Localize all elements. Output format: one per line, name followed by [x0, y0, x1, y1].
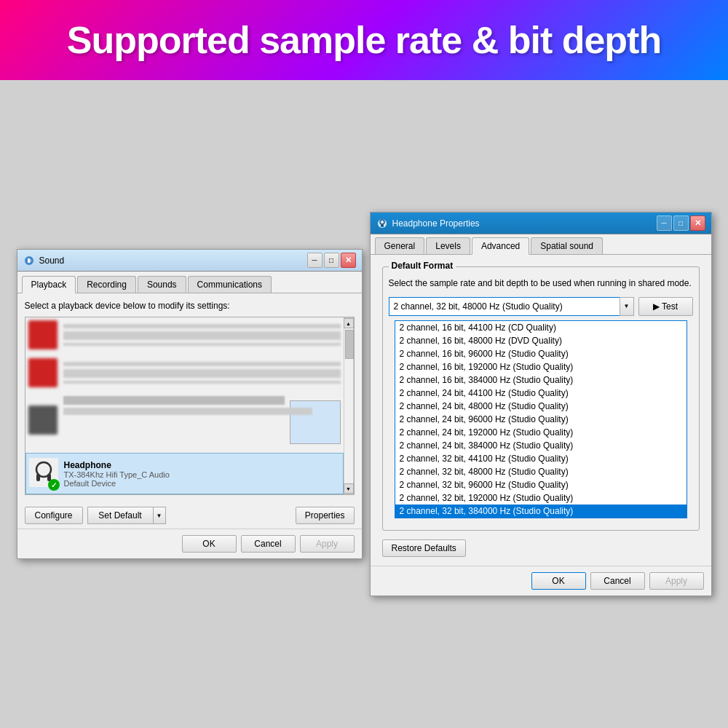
svg-rect-3 — [36, 474, 40, 481]
dropdown-item-6[interactable]: 2 channel, 24 bit, 48000 Hz (Studio Qual… — [395, 400, 687, 413]
list-item[interactable] — [25, 393, 344, 447]
configure-button[interactable]: Configure — [25, 507, 83, 524]
scroll-track[interactable] — [344, 328, 353, 483]
scroll-up[interactable]: ▲ — [344, 318, 354, 328]
sound-dialog-title: Sound — [39, 256, 307, 266]
tab-general[interactable]: General — [375, 237, 425, 254]
device-text-blurred2 — [63, 362, 341, 384]
dropdown-item-12[interactable]: 2 channel, 32 bit, 96000 Hz (Studio Qual… — [395, 478, 687, 491]
dropdown-item-14[interactable]: 2 channel, 32 bit, 384000 Hz (Studio Qua… — [395, 505, 687, 518]
groupbox-desc: Select the sample rate and bit depth to … — [389, 277, 693, 290]
play-icon: ▶ — [653, 301, 660, 312]
sound-footer: OK Cancel Apply — [17, 529, 362, 558]
restore-defaults-button[interactable]: Restore Defaults — [382, 539, 466, 557]
set-default-wrapper: Set Default ▼ — [87, 507, 166, 524]
properties-button[interactable]: Properties — [296, 507, 355, 524]
tab-advanced[interactable]: Advanced — [472, 237, 529, 255]
content-area: Sound ─ □ ✕ Playback Recording Sounds Co… — [0, 80, 728, 728]
maximize-button[interactable]: □ — [324, 253, 339, 268]
tab-sounds[interactable]: Sounds — [138, 276, 186, 293]
device-icon-blurred2 — [28, 358, 58, 387]
headphone-info: Headphone TX-384Khz Hifi Type_C Audio De… — [64, 460, 327, 488]
instruction-text: Select a playback device below to modify… — [25, 301, 355, 311]
props-title-bar: Headphone Properties ─ □ ✕ — [371, 213, 711, 234]
sound-dialog-body: Select a playback device below to modify… — [17, 293, 362, 502]
sound-icon — [23, 255, 35, 266]
list-item-headphone[interactable]: ✓ Headphone TX-384Khz Hifi Type_C Audio … — [25, 453, 344, 494]
props-tabs: General Levels Advanced Spatial sound — [371, 234, 711, 255]
props-ok-button[interactable]: OK — [531, 572, 586, 590]
dropdown-item-4[interactable]: 2 channel, 16 bit, 384000 Hz (Studio Qua… — [395, 373, 687, 387]
groupbox-title: Default Format — [389, 261, 456, 271]
banner-text: Supported sample rate & bit depth — [67, 18, 661, 62]
headphone-icon-wrapper: ✓ — [29, 458, 58, 489]
default-format-groupbox: Default Format Select the sample rate an… — [382, 266, 700, 531]
set-default-arrow[interactable]: ▼ — [153, 507, 166, 524]
tab-recording[interactable]: Recording — [77, 276, 136, 293]
test-label: Test — [662, 301, 678, 312]
dropdown-item-5[interactable]: 2 channel, 24 bit, 44100 Hz (Studio Qual… — [395, 387, 687, 400]
tab-levels[interactable]: Levels — [426, 237, 470, 254]
props-dialog: Headphone Properties ─ □ ✕ General Level… — [370, 212, 712, 596]
scroll-thumb[interactable] — [345, 330, 354, 359]
props-footer: OK Cancel Apply — [371, 566, 711, 596]
device-list-inner: ✓ Headphone TX-384Khz Hifi Type_C Audio … — [25, 317, 344, 494]
headphone-desc: TX-384Khz Hifi Type_C Audio — [64, 470, 327, 479]
list-item[interactable] — [25, 355, 344, 390]
svg-point-5 — [378, 219, 387, 228]
sound-close-button[interactable]: ✕ — [341, 253, 356, 268]
list-item[interactable] — [25, 317, 344, 352]
props-body: Default Format Select the sample rate an… — [371, 255, 711, 566]
props-dialog-title: Headphone Properties — [392, 218, 657, 229]
format-select-display[interactable]: 2 channel, 32 bit, 48000 Hz (Studio Qual… — [389, 297, 634, 316]
action-bar: Configure Set Default ▼ Properties — [17, 502, 362, 529]
dropdown-item-9[interactable]: 2 channel, 24 bit, 384000 Hz (Studio Qua… — [395, 439, 687, 452]
dropdown-item-8[interactable]: 2 channel, 24 bit, 192000 Hz (Studio Qua… — [395, 426, 687, 439]
sound-dialog: Sound ─ □ ✕ Playback Recording Sounds Co… — [17, 249, 363, 559]
headphone-name: Headphone — [64, 460, 327, 470]
device-text-blurred — [63, 324, 341, 346]
scrollbar[interactable]: ▲ ▼ — [344, 317, 354, 494]
dropdown-item-11[interactable]: 2 channel, 32 bit, 48000 Hz (Studio Qual… — [395, 465, 687, 478]
test-button[interactable]: ▶ Test — [638, 297, 693, 316]
banner: Supported sample rate & bit depth — [0, 0, 728, 80]
tab-spatial-sound[interactable]: Spatial sound — [531, 237, 603, 254]
tab-communications[interactable]: Communications — [188, 276, 272, 293]
format-row: 2 channel, 32 bit, 48000 Hz (Studio Qual… — [389, 297, 693, 316]
props-cancel-button[interactable]: Cancel — [590, 572, 645, 590]
dropdown-item-0[interactable]: 2 channel, 16 bit, 44100 Hz (CD Quality) — [395, 321, 687, 334]
dropdown-item-3[interactable]: 2 channel, 16 bit, 192000 Hz (Studio Qua… — [395, 360, 687, 373]
svg-rect-8 — [382, 224, 384, 227]
tab-playback[interactable]: Playback — [22, 276, 76, 293]
headphone-default: Default Device — [64, 479, 327, 488]
props-icon — [376, 218, 388, 229]
default-badge: ✓ — [48, 479, 60, 491]
device-icon-blurred3 — [28, 405, 58, 435]
device-icon-blurred — [28, 320, 58, 349]
sound-cancel-button[interactable]: Cancel — [241, 535, 296, 553]
dropdown-item-10[interactable]: 2 channel, 32 bit, 44100 Hz (Studio Qual… — [395, 452, 687, 465]
sound-tabs: Playback Recording Sounds Communications — [17, 272, 362, 293]
dropdown-list[interactable]: 2 channel, 16 bit, 44100 Hz (CD Quality)… — [395, 320, 687, 518]
dropdown-item-2[interactable]: 2 channel, 16 bit, 96000 Hz (Studio Qual… — [395, 347, 687, 360]
dropdown-item-13[interactable]: 2 channel, 32 bit, 192000 Hz (Studio Qua… — [395, 491, 687, 505]
sound-title-bar: Sound ─ □ ✕ — [17, 250, 362, 272]
dropdown-item-1[interactable]: 2 channel, 16 bit, 48000 Hz (DVD Quality… — [395, 334, 687, 347]
props-maximize[interactable]: □ — [673, 215, 689, 231]
minimize-button[interactable]: ─ — [307, 253, 323, 268]
scroll-down[interactable]: ▼ — [344, 483, 354, 494]
set-default-button[interactable]: Set Default — [87, 507, 153, 524]
sound-ok-button[interactable]: OK — [182, 535, 237, 553]
props-apply-button[interactable]: Apply — [649, 572, 704, 590]
dropdown-item-7[interactable]: 2 channel, 24 bit, 96000 Hz (Studio Qual… — [395, 413, 687, 426]
sound-apply-button[interactable]: Apply — [300, 535, 355, 553]
props-close-button[interactable]: ✕ — [690, 215, 705, 231]
format-select-wrapper: 2 channel, 32 bit, 48000 Hz (Studio Qual… — [389, 297, 634, 316]
svg-rect-7 — [381, 224, 382, 227]
props-minimize[interactable]: ─ — [657, 215, 672, 231]
device-list-container: ✓ Headphone TX-384Khz Hifi Type_C Audio … — [25, 317, 355, 495]
device-content-blurred3 — [63, 396, 341, 444]
